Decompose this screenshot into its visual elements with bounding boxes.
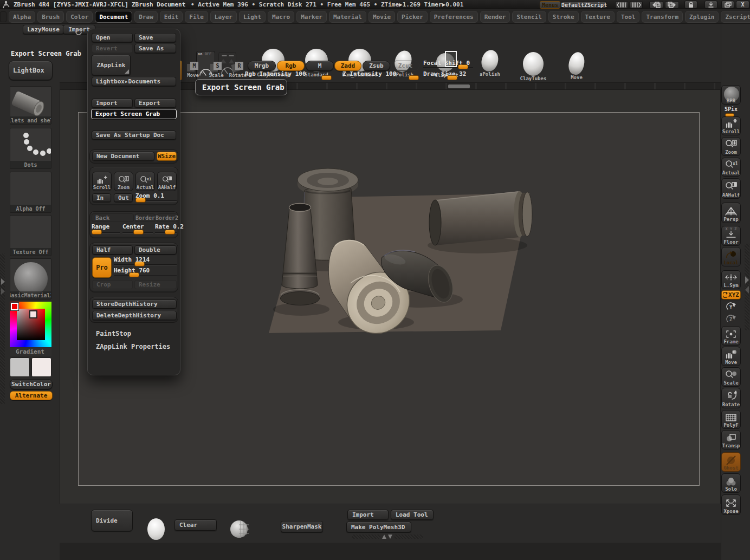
open-button[interactable]: Open	[92, 33, 133, 42]
menu-picker[interactable]: Picker	[397, 11, 428, 23]
zapplink-properties-item[interactable]: ZAppLink Properties	[96, 343, 170, 350]
mode-mrgb[interactable]: Mrgb	[248, 61, 276, 71]
menu-layer[interactable]: Layer	[210, 11, 237, 23]
arrange-windows-right-button[interactable]	[665, 1, 679, 9]
bpr-button[interactable]: BPR	[721, 85, 741, 105]
alpha-preview-egg[interactable]	[147, 518, 165, 540]
menus-button[interactable]: Menus	[540, 1, 560, 9]
floor-button[interactable]: X Y Z Floor	[721, 226, 741, 246]
secondary-color-swatch[interactable]	[31, 357, 51, 377]
menu-stencil[interactable]: Stencil	[512, 11, 546, 23]
export-screen-grab-button[interactable]: Export Screen Grab	[91, 109, 177, 119]
menu-aahalf-button[interactable]: AAHalf	[157, 172, 177, 191]
frame-button[interactable]: Frame	[721, 326, 741, 346]
sharpen-mask-button[interactable]: SharpenMask	[281, 521, 323, 532]
persp-button[interactable]: Persp	[721, 203, 741, 223]
local-button[interactable]: Local	[721, 247, 741, 266]
default-zscript-button[interactable]: DefaultZScript	[562, 1, 606, 9]
mesh-preview-sphere[interactable]	[230, 518, 250, 541]
range-knob[interactable]	[92, 230, 102, 235]
lightbox-button[interactable]: LightBox	[9, 61, 53, 80]
aahalf-button[interactable]: AAHalf	[721, 178, 741, 199]
gradient-bar[interactable]: Gradient	[10, 348, 51, 356]
delete-depth-history-button[interactable]: DeleteDepthHistory	[92, 311, 177, 320]
xyz-button[interactable]: XYZ	[721, 290, 741, 299]
lightbox-documents-button[interactable]: Lightbox▸Documents	[92, 77, 176, 86]
menu-material[interactable]: Material	[329, 11, 366, 23]
right-collapse-arrows-icon[interactable]	[744, 275, 749, 295]
menu-preferences[interactable]: Preferences	[430, 11, 478, 23]
actual-button[interactable]: x1 Actual	[721, 158, 741, 177]
load-tool-button[interactable]: Load Tool	[391, 510, 434, 520]
rate-knob[interactable]	[165, 230, 175, 235]
z-intensity-knob[interactable]	[409, 75, 419, 80]
z-intensity-slider[interactable]: Z Intensity 100	[342, 70, 418, 80]
left-collapse-arrows-icon[interactable]	[0, 277, 5, 296]
menu-texture[interactable]: Texture	[581, 11, 615, 23]
transp-button[interactable]: Transp	[721, 430, 741, 450]
rate-slider[interactable]: Rate 0.2	[155, 223, 177, 235]
paintstop-item[interactable]: PaintStop	[96, 330, 131, 337]
menu-actual-button[interactable]: x1 Actual	[135, 172, 155, 191]
restore-button[interactable]	[721, 1, 734, 9]
wsize-button[interactable]: WSize	[157, 152, 177, 161]
menu-file[interactable]: File	[185, 11, 208, 23]
menu-export-button[interactable]: Export	[134, 99, 176, 108]
divider-left-button[interactable]	[615, 1, 628, 9]
scroll-button[interactable]: Scroll	[721, 116, 741, 135]
lazymouse-button[interactable]: LazyMouse	[23, 25, 64, 34]
menu-macro[interactable]: Macro	[268, 11, 294, 23]
center-knob[interactable]	[133, 230, 144, 235]
arrange-windows-left-button[interactable]	[649, 1, 663, 9]
menu-movie[interactable]: Movie	[368, 11, 395, 23]
save-as-startup-doc-button[interactable]: Save As Startup Doc	[92, 131, 176, 140]
menu-zoom-button[interactable]: Zoom	[114, 172, 133, 191]
sv-cursor[interactable]	[29, 310, 37, 318]
rotate-y-icon[interactable]: Y	[725, 301, 738, 312]
refresh-icon[interactable]	[74, 28, 83, 36]
mode-rgb[interactable]: Rgb	[277, 61, 305, 71]
hue-cursor[interactable]	[11, 303, 18, 310]
main-color-swatch[interactable]	[10, 357, 30, 377]
menu-scroll-button[interactable]: Scroll	[92, 172, 112, 191]
menu-brush[interactable]: Brush	[37, 11, 64, 23]
center-slider[interactable]: Center	[122, 223, 153, 235]
stroke-thumbnail[interactable]: Dots	[10, 128, 51, 169]
menu-import-button[interactable]: Import	[92, 99, 133, 108]
make-polymesh3d-button[interactable]: Make PolyMesh3D	[346, 522, 411, 532]
close-button[interactable]: X	[736, 1, 749, 9]
menu-alpha[interactable]: Alpha	[9, 11, 35, 23]
menu-zscript[interactable]: Zscript	[721, 11, 750, 23]
alternate-button[interactable]: Alternate	[10, 391, 53, 400]
menu-zplugin[interactable]: Zplugin	[685, 11, 719, 23]
solo-button[interactable]: Solo	[721, 473, 741, 493]
clear-button[interactable]: Clear	[174, 519, 217, 531]
menu-draw[interactable]: Draw	[134, 11, 158, 23]
mode-m[interactable]: M	[306, 61, 334, 71]
double-button[interactable]: Double	[134, 245, 177, 255]
switch-color-button[interactable]: SwitchColor	[10, 379, 53, 389]
minimize-button[interactable]	[704, 1, 717, 9]
menu-transform[interactable]: Transform	[642, 11, 683, 23]
menu-edit[interactable]: Edit	[160, 11, 183, 23]
focal-shift-slider[interactable]: Focal Shift 0	[423, 60, 473, 69]
zoom-slider[interactable]: Zoom 0.1	[135, 192, 177, 203]
tray-scroll-arrows-icon[interactable]	[382, 534, 393, 539]
color-picker[interactable]	[10, 302, 51, 347]
brush-claytubes[interactable]: ClayTubes	[513, 49, 554, 87]
draw-size-knob[interactable]	[447, 75, 457, 80]
zapplink-button[interactable]: ZAppLink	[92, 55, 131, 75]
divide-button[interactable]: Divide	[91, 510, 133, 531]
brush-move[interactable]: Move	[556, 49, 597, 87]
focal-shift-knob[interactable]	[458, 64, 468, 69]
lsym-button[interactable]: L.Sym	[721, 270, 741, 289]
alpha-thumbnail[interactable]: Alpha Off	[10, 172, 51, 213]
shelf-scrollbar-thumb[interactable]	[448, 84, 470, 88]
spix-slider[interactable]: SPix	[721, 106, 741, 115]
menu-document[interactable]: Document	[95, 11, 132, 23]
rgb-intensity-knob[interactable]	[321, 75, 332, 80]
menu-light[interactable]: Light	[239, 11, 266, 23]
zoom-button[interactable]: Zoom	[721, 137, 741, 156]
menu-color[interactable]: Color	[66, 11, 93, 23]
xpose-button[interactable]: Xpose	[721, 494, 741, 515]
